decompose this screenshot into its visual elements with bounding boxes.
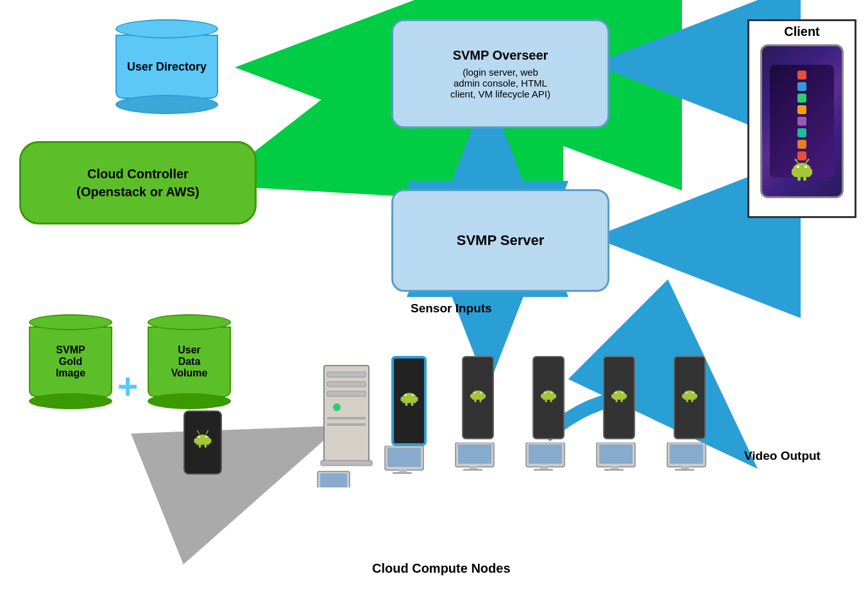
server-tower-svg (314, 359, 391, 487)
svg-rect-13 (793, 168, 811, 177)
svg-rect-18 (797, 176, 801, 181)
svg-rect-57 (387, 448, 421, 467)
svg-rect-95 (604, 469, 624, 471)
cloud-controller-label: Cloud Controller(Openstack or AWS) (76, 165, 200, 201)
monitor-1 (382, 446, 427, 481)
cloud-compute-nodes-label: Cloud Compute Nodes (372, 561, 511, 576)
client-label: Client (784, 24, 820, 39)
svg-point-87 (622, 392, 623, 393)
svg-rect-49 (402, 396, 416, 403)
svg-rect-53 (415, 397, 418, 401)
svg-rect-30 (199, 444, 201, 448)
svg-point-86 (615, 392, 617, 393)
svg-point-50 (405, 394, 407, 396)
svg-point-26 (198, 436, 200, 438)
svg-rect-71 (463, 469, 482, 471)
user-directory-cylinder: User Directory (103, 19, 231, 114)
svg-rect-85 (613, 394, 625, 400)
svg-rect-88 (611, 394, 613, 398)
svg-point-75 (551, 392, 552, 393)
svg-point-51 (412, 394, 414, 396)
svg-rect-25 (196, 438, 210, 445)
svmp-gold-image-cylinder: SVMPGoldImage (19, 314, 122, 409)
svg-rect-52 (400, 397, 403, 401)
svg-rect-41 (327, 417, 366, 419)
monitor-3 (523, 443, 568, 478)
phone-node-5 (674, 356, 706, 439)
phone-node-3 (532, 356, 565, 439)
svg-rect-45 (320, 473, 347, 487)
svg-rect-28 (194, 439, 197, 443)
svg-rect-36 (324, 366, 369, 462)
svg-point-74 (545, 392, 546, 393)
svg-rect-97 (683, 394, 695, 400)
svg-point-98 (686, 392, 687, 393)
svg-rect-100 (682, 394, 684, 398)
phone-node-2 (462, 356, 494, 439)
svg-rect-73 (542, 394, 554, 400)
svg-rect-107 (675, 469, 694, 471)
svg-point-40 (333, 403, 341, 411)
architecture-diagram: User Directory SVMP Overseer (login serv… (0, 0, 868, 608)
svg-rect-103 (691, 399, 693, 402)
svg-rect-89 (625, 394, 627, 398)
svg-rect-16 (792, 169, 795, 175)
svg-point-27 (205, 436, 207, 438)
svg-rect-77 (554, 394, 556, 398)
svg-rect-105 (670, 444, 703, 464)
svg-rect-66 (474, 399, 476, 402)
svg-rect-64 (470, 394, 472, 398)
svg-rect-29 (209, 439, 212, 443)
phone-node-4 (603, 356, 635, 439)
svg-rect-69 (458, 444, 491, 464)
svmp-overseer-box: SVMP Overseer (login server, webadmin co… (391, 19, 609, 128)
svg-rect-43 (321, 460, 372, 466)
overseer-subtitle: (login server, webadmin console, HTMLcli… (450, 67, 550, 99)
svg-rect-83 (534, 469, 553, 471)
svg-rect-38 (327, 382, 366, 387)
monitor-5 (664, 443, 709, 478)
svg-point-62 (474, 392, 475, 393)
overseer-title: SVMP Overseer (453, 48, 549, 63)
svg-rect-17 (809, 169, 812, 175)
android-phone-small (183, 410, 222, 475)
svg-rect-59 (393, 472, 412, 474)
svg-point-35 (207, 430, 208, 432)
cloud-controller-box: Cloud Controller(Openstack or AWS) (19, 141, 257, 224)
svg-rect-101 (695, 394, 697, 398)
svg-rect-93 (599, 444, 633, 464)
svg-line-7 (250, 128, 395, 173)
video-output-label: Video Output (744, 449, 821, 463)
svg-point-63 (481, 392, 482, 393)
monitor-2 (452, 443, 497, 478)
svmp-server-label: SVMP Server (457, 232, 545, 249)
svg-rect-31 (205, 444, 207, 448)
svg-rect-67 (479, 399, 481, 402)
svg-rect-54 (405, 403, 407, 406)
sensor-inputs-label: Sensor Inputs (411, 301, 492, 316)
svg-rect-55 (411, 403, 413, 406)
svg-point-33 (197, 430, 198, 432)
user-directory-label: User Directory (127, 60, 207, 74)
svg-rect-39 (327, 391, 366, 396)
svg-point-14 (797, 165, 799, 168)
svg-rect-65 (484, 394, 486, 398)
monitor-4 (593, 443, 638, 478)
svg-rect-79 (550, 399, 552, 402)
svg-rect-78 (545, 399, 547, 402)
svg-rect-81 (529, 444, 562, 464)
svg-rect-61 (472, 394, 484, 400)
svg-rect-37 (327, 372, 366, 377)
user-data-volume-cylinder: UserDataVolume (138, 314, 241, 409)
svg-rect-90 (615, 399, 617, 402)
svg-rect-102 (686, 399, 688, 402)
svg-rect-76 (541, 394, 543, 398)
svg-point-15 (804, 165, 807, 168)
svg-point-21 (795, 159, 797, 161)
plus-sign: + (117, 366, 138, 407)
svmp-server-box: SVMP Server (391, 189, 609, 292)
svg-point-23 (808, 159, 810, 161)
cloud-compute-nodes (308, 353, 789, 545)
client-box: Client (747, 19, 856, 218)
phone-node-1 (391, 356, 427, 446)
